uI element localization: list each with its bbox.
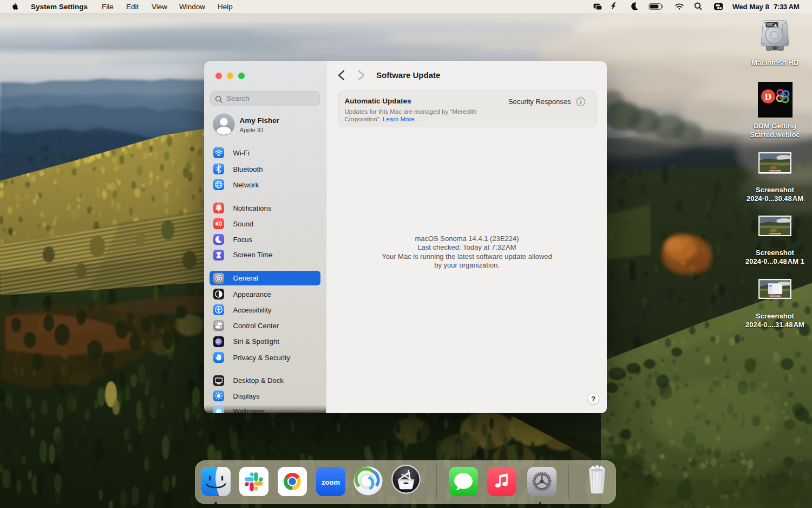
- svg-text:D: D: [765, 92, 771, 102]
- svg-text:zoom: zoom: [322, 478, 340, 486]
